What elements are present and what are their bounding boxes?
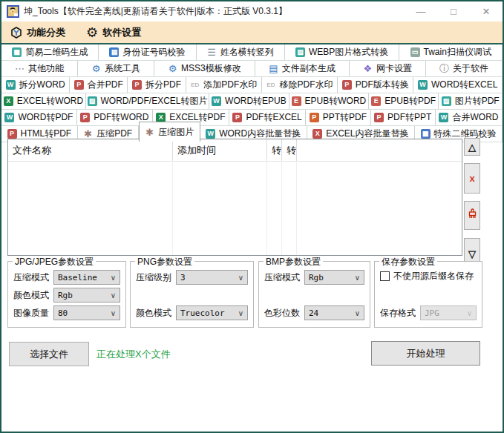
toolbar-button-webp-convert[interactable]: ▨WEBP图片格式转换 [285,44,400,60]
ppt-icon: P [310,113,319,122]
toolbar-button-mss3-template[interactable]: ⚙MSS3模板修改 [154,61,255,76]
table-header: 文件名称添加时间转转 [8,139,462,162]
toolbar-button-merge-word[interactable]: W合并WORD [436,110,503,125]
file-table[interactable]: 文件名称添加时间转转 [7,139,462,256]
window-title: 坤_Tools【软件完全离线|更新请看关于软件|版本：正式版 V0.3.1】 [24,5,287,18]
toolbar-button-label: 文件副本生成 [282,62,336,75]
maximize-button[interactable]: □ [437,1,470,22]
field-bmp-color-depth: 色彩位数24∨ [264,305,364,320]
pdf-icon: P [74,80,84,90]
word-icon: W [418,80,428,90]
toolbar-button-about[interactable]: ⓘ关于软件 [426,61,503,76]
toolbar-button-file-copy[interactable]: ▤文件副本生成 [255,61,350,76]
toolbar-button-label: Twain扫描仪调试 [424,46,491,59]
watermark-remove-icon: ED [266,80,276,90]
red-x-icon: x [469,173,474,183]
titlebar: 坤_Tools【软件完全离线|更新请看关于软件|版本：正式版 V0.3.1】 —… [1,1,503,22]
toolbar-button-pdf-to-excel[interactable]: PPDF转EXCEL [229,110,306,125]
toolbar-button-split-pdf[interactable]: P拆分PDF [128,77,186,93]
toolbar-button-label: 合并PDF [88,79,123,91]
panel-title: BMP参数设置 [264,256,323,268]
toolbar-button-remove-pdf-watermark[interactable]: ED移除PDF水印 [262,77,338,93]
toolbar-button-name-transpose[interactable]: ☰姓名横转竖列 [197,44,285,60]
gear-icon: ⚙ [86,26,98,39]
select-file-button[interactable]: 选择文件 [9,342,89,366]
toolbar-button-pdf-to-ppt[interactable]: PPDF转PPT [371,110,436,125]
toolbar-button-split-word[interactable]: W拆分WORD [1,77,70,93]
menu-function-category[interactable]: 功能分类 [10,26,65,39]
qr-code-icon: ▦ [12,47,22,57]
toolbar-button-add-pdf-watermark[interactable]: ED添加PDF水印 [186,77,262,93]
panel-jpg-params: JPG/JPEG参数设置压缩模式Baseline∨颜色模式Rgb∨图像质量80∨ [7,261,126,328]
menu-software-settings[interactable]: ⚙ 软件设置 [86,26,141,39]
toolbar-button-label: WORD转EXCEL [431,79,497,91]
remove-file-button[interactable]: x [464,163,480,194]
toolbar-button-pdf-version-convert[interactable]: PPDF版本转换 [338,77,413,93]
dropdown-value: Truecolor [180,308,225,318]
pdf-icon: P [232,113,242,122]
close-button[interactable]: ✕ [470,1,503,22]
clear-list-button[interactable] [464,201,480,230]
panel-title: JPG/JPEG参数设置 [13,256,96,268]
dropdown-jpg-image-quality[interactable]: 80∨ [53,305,120,320]
dropdown-value: 24 [309,308,318,318]
minimize-button[interactable]: — [405,1,437,22]
toolbar-button-other-functions[interactable]: ⋯其他功能 [1,61,78,76]
toolbar-button-label: EPUB转WORD [305,95,367,108]
toolbar-button-compress-image[interactable]: ✱压缩图片 [139,122,200,142]
toolbar-button-excel-to-word[interactable]: XEXCEL转WORD [1,93,86,109]
toolbar-button-merge-pdf[interactable]: P合并PDF [70,77,128,93]
toolbar-button-office-to-image[interactable]: ▨WORD/PDF/EXCEL转图片 [86,93,209,109]
window-controls: — □ ✕ [405,1,503,22]
table-column-header: 添加时间 [173,139,267,161]
field-jpg-image-quality: 图像质量80∨ [13,305,120,320]
excel-icon: X [4,96,13,106]
triangle-up-icon: △ [468,142,476,152]
network-icon: ❖ [363,64,373,73]
chevron-down-icon: ∨ [111,291,116,300]
start-process-button[interactable]: 开始处理 [371,341,480,366]
ellipsis-circle-icon: ⋯ [15,64,24,73]
toolbar-row: WWORD转PDFPPDF转WORDXEXCEL转PDFPPDF转EXCELPP… [1,110,503,126]
panel-save-params: 保存参数设置不使用源后缀名保存保存格式JPG∨ [374,261,482,328]
field-jpg-color-mode: 颜色模式Rgb∨ [13,288,120,303]
dropdown-bmp-compress-mode[interactable]: Rgb∨ [304,270,364,285]
table-column-line [8,161,173,255]
person-list-icon: ☰ [207,47,217,57]
toolbar-button-epub-to-word[interactable]: EEPUB转WORD [289,93,369,109]
dropdown-save-format[interactable]: JPG∨ [420,305,477,320]
toolbar-button-label: PDF版本转换 [356,79,409,91]
toolbar-button-id-check[interactable]: ▤身份证号码校验 [99,44,196,60]
toolbar-button-word-to-epub[interactable]: WWORD转EPUB [209,93,289,109]
toolbar-button-qr-generate[interactable]: ▦简易二维码生成 [1,44,99,60]
dropdown-jpg-compress-mode[interactable]: Baseline∨ [53,270,120,285]
dropdown-value: 3 [180,273,186,282]
app-icon [7,5,19,18]
table-body [8,161,462,255]
toolbar-button-system-tools[interactable]: ⚙系统工具 [78,61,154,76]
dropdown-png-compress-level[interactable]: 3∨ [176,270,248,285]
toolbar-button-network-settings[interactable]: ❖网卡设置 [350,61,426,76]
dropdown-jpg-color-mode[interactable]: Rgb∨ [53,288,120,303]
dropdown-bmp-color-depth[interactable]: 24∨ [304,305,364,320]
toolbar-button-word-to-excel[interactable]: WWORD转EXCEL [413,77,503,93]
toolbar-button-twain-debug[interactable]: ▭Twain扫描仪调试 [399,44,503,60]
move-up-button[interactable]: △ [464,138,480,156]
menu-label: 功能分类 [27,26,65,39]
info-circle-icon: ⓘ [439,64,449,73]
table-column-header: 转 [267,139,282,161]
menubar: 功能分类 ⚙ 软件设置 [1,22,503,43]
panel-title: 保存参数设置 [379,256,437,268]
dropdown-png-color-mode[interactable]: Truecolor∨ [176,305,248,320]
toolbar-button-ppt-to-pdf[interactable]: PPPT转PDF [306,110,370,125]
toolbar-button-label: 压缩图片 [158,126,194,139]
toolbar-button-epub-to-pdf[interactable]: EEPUB转PDF [369,93,439,109]
checkbox-no-source-suffix[interactable]: 不使用源后缀名保存 [380,270,477,282]
toolbar-button-word-to-pdf[interactable]: WWORD转PDF [1,110,77,125]
toolbar-row: W拆分WORDP合并PDFP拆分PDFED添加PDF水印ED移除PDF水印PPD… [1,77,503,93]
chevron-down-icon: ∨ [467,309,472,317]
toolbar-button-label: 添加PDF水印 [203,79,257,91]
toolbar-button-image-to-pdf[interactable]: ▨图片转PDF [439,93,503,109]
toolbar-row: ▦简易二维码生成▤身份证号码校验☰姓名横转竖列▨WEBP图片格式转换▭Twain… [1,44,503,61]
chevron-down-icon: ∨ [355,274,360,282]
